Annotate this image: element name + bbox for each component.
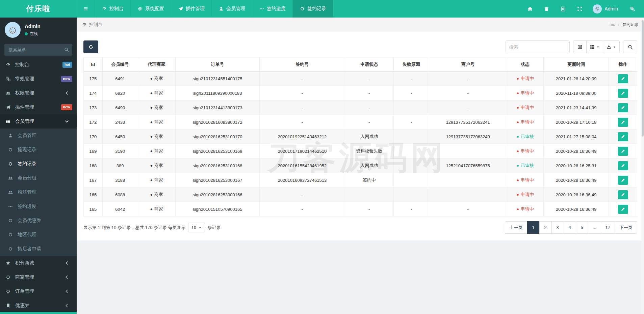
top-tab-插件管理[interactable]: 插件管理 [171,0,212,18]
circle-o-icon [8,147,16,152]
sidebar-item-订单管理[interactable]: 订单管理 [0,284,77,298]
top-tab-签约记录[interactable]: 签约记录 [293,0,333,18]
file-refresh-button[interactable] [555,0,571,18]
table-header-row: Id会员编号代理商家订单号签约号申请状态失败原因商户号状态更新时间操作 [84,58,637,72]
cell-apply_status: 签约中 [345,173,393,188]
top-tab-控制台[interactable]: 控制台 [95,0,131,18]
edit-button[interactable] [618,118,628,127]
search-button[interactable] [623,40,637,53]
sidebar-item-label: 常规管理 [14,76,61,82]
sidebar-item-插件管理[interactable]: 插件管理new [0,100,77,114]
page-button-...[interactable]: ... [588,221,601,234]
avatar[interactable]: ☺ [593,4,602,13]
trash-button[interactable] [538,0,555,18]
topbar-user-name[interactable]: Admin [604,6,618,11]
cell-updated_at: 2020-10-28 16:36:49 [543,188,609,202]
gauge-icon [6,62,14,67]
column-header-状态: 状态 [507,58,543,72]
export-button[interactable] [603,40,620,53]
pagination-info-suffix: 条记录 [207,225,221,231]
page-button-上一页[interactable]: 上一页 [505,221,527,234]
sidebar-item-label: 积分商城 [14,260,65,266]
sidebar-item-提现记录[interactable]: 提现记录 [0,143,77,157]
trash-icon [544,6,549,11]
page-button-5[interactable]: 5 [576,221,588,234]
edit-button[interactable] [618,190,628,199]
home-button[interactable] [522,0,538,18]
page-button-4[interactable]: 4 [564,221,576,234]
cell-op [609,101,637,115]
cell-fail_reason [393,173,429,188]
cell-member_no: 3188 [102,173,138,188]
edit-button[interactable] [618,205,628,214]
cell-status: ●申请中 [507,202,543,217]
edit-button[interactable] [618,176,628,185]
top-tab-系统配置[interactable]: 系统配置 [131,0,171,18]
sidebar-item-权限管理[interactable]: 权限管理 [0,86,77,100]
page-button-下一页[interactable]: 下一页 [615,221,637,234]
sidebar-item-优惠券[interactable]: 优惠券 [0,298,77,313]
table-row: 1693190●商家sign20102816253100169202010171… [84,144,637,159]
sidebar-item-签约进度[interactable]: 签约进度 [0,199,77,213]
page-size-select[interactable]: 10 [188,223,205,232]
page-button-3[interactable]: 3 [551,221,564,234]
cell-merchant_no: - [429,202,507,217]
edit-button[interactable] [618,147,628,156]
column-header-会员编号: 会员编号 [102,58,138,72]
cell-merchant_no: - [429,86,507,101]
cell-merchant_no [429,188,507,202]
sidebar-item-控制台[interactable]: 控制台hot [0,58,77,72]
sidebar-item-常规管理[interactable]: 常规管理new [0,72,77,86]
breadcrumb-title[interactable]: 控制台 [89,22,102,28]
sidebar: ☺ Admin 在线 控制台hot常规管理new权限管理插件管理new会员管理会… [0,18,77,314]
settings-button[interactable] [624,0,641,18]
sidebar-toggle-button[interactable] [77,0,95,18]
cell-agent: ●商家 [138,202,175,217]
cell-member_no: 3190 [102,144,138,159]
sidebar-item-会员分组[interactable]: 会员分组 [0,171,77,185]
cell-order_no: sign20101510570900165 [176,202,260,217]
cell-apply_status: - [345,202,393,217]
cell-id: 175 [84,72,103,86]
search-icon[interactable] [64,47,69,52]
scrollbar-thumb[interactable] [642,20,644,137]
sidebar-item-拓店者申请[interactable]: 拓店者申请 [0,242,77,256]
refresh-button[interactable] [83,40,98,53]
page-button-17[interactable]: 17 [601,221,615,234]
edit-button[interactable] [618,103,628,112]
star-icon [6,261,14,265]
cell-status: ●申请中 [507,86,543,101]
edit-button[interactable] [618,161,628,170]
status-dot-icon: ● [517,163,519,168]
sidebar-item-会员优惠券[interactable]: 会员优惠券 [0,213,77,228]
cell-apply_status: - [345,115,393,130]
page-button-2[interactable]: 2 [539,221,552,234]
sidebar-item-地区代理[interactable]: 地区代理 [0,228,77,242]
edit-button[interactable] [618,132,628,141]
sidebar-item-会员管理[interactable]: 会员管理 [0,129,77,143]
sidebar-avatar[interactable]: ☺ [5,22,21,38]
expand-button[interactable] [571,0,588,18]
sidebar-item-商家管理[interactable]: 商家管理 [0,270,77,284]
edit-button[interactable] [618,74,628,83]
sidebar-search-input[interactable] [4,44,72,56]
page-button-1[interactable]: 1 [527,221,540,234]
scrollbar[interactable] [641,18,644,314]
ellipsis-icon [8,204,16,209]
columns-view-button[interactable] [586,40,603,53]
pagination-pages: 上一页12345...17下一页 [505,221,637,234]
edit-button[interactable] [618,89,628,98]
cell-member_no: 6450 [102,130,138,144]
table-search-input[interactable] [506,40,570,53]
cell-agent: ●商家 [138,101,175,115]
sidebar-item-积分商城[interactable]: 积分商城 [0,256,77,270]
detail-view-button[interactable] [573,40,587,53]
sidebar-item-粉丝管理[interactable]: 粉丝管理 [0,185,77,199]
top-tab-会员管理[interactable]: 会员管理 [212,0,252,18]
agent-dot-icon: ● [150,76,153,81]
top-tab-签约进度[interactable]: 签约进度 [252,0,293,18]
sidebar-item-签约记录[interactable]: 签约记录 [0,157,77,171]
status-dot-icon: ● [517,91,519,95]
breadcrumb: 控制台 mc / 签约记录 [77,18,644,32]
sidebar-item-会员管理[interactable]: 会员管理 [0,114,77,129]
